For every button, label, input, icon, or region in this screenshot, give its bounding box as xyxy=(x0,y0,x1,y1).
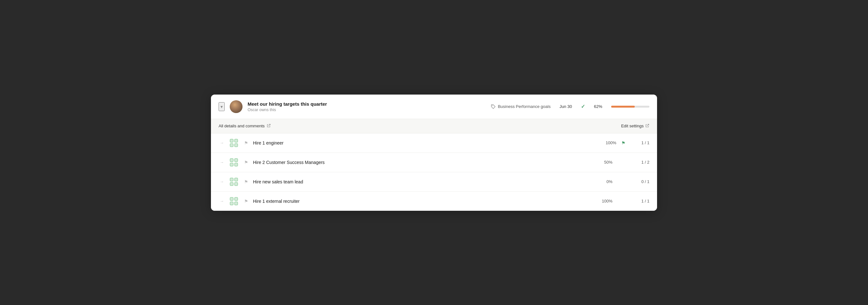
sub-item-label-3: Hire 1 external recruiter xyxy=(253,199,589,204)
progress-bar-fill xyxy=(611,106,635,108)
arrow-icon: → xyxy=(219,160,225,165)
flag-icon-2: ⚑ xyxy=(243,179,249,184)
all-details-link[interactable]: All details and comments xyxy=(219,124,271,129)
all-details-label: All details and comments xyxy=(219,124,265,128)
sub-item-icon-3 xyxy=(229,196,239,206)
edit-settings-icon xyxy=(645,124,649,129)
svg-rect-13 xyxy=(230,197,233,201)
sub-item-label-2: Hire new sales team lead xyxy=(253,179,589,184)
sub-item-ratio-3: 1 / 1 xyxy=(630,199,649,203)
sub-item[interactable]: → ⚑ Hire 1 external recruiter 100% 1 / 1 xyxy=(211,192,657,211)
sub-item-ratio-0: 1 / 1 xyxy=(630,140,649,145)
flag-icon-0: ⚑ xyxy=(243,140,249,145)
collapse-button[interactable]: ▾ xyxy=(219,102,225,111)
tag-icon xyxy=(491,104,496,109)
flag-icon-3: ⚑ xyxy=(243,199,249,204)
svg-rect-7 xyxy=(230,163,233,166)
sub-item[interactable]: → ⚑ Hire 1 engineer 100% ⚑ 1 / 1 xyxy=(211,133,657,153)
svg-point-0 xyxy=(492,105,493,106)
check-icon: ✓ xyxy=(581,103,585,109)
edit-settings-link[interactable]: Edit settings xyxy=(621,124,649,129)
arrow-icon: → xyxy=(219,140,225,145)
goal-owner: Oscar owns this xyxy=(248,108,327,112)
sub-item-percent-3: 100% xyxy=(593,199,613,203)
svg-rect-1 xyxy=(230,139,233,142)
sub-items-list: → ⚑ Hire 1 engineer 100% ⚑ 1 / 1 → xyxy=(211,133,657,211)
sub-item[interactable]: → ⚑ Hire 2 Customer Success Managers 50%… xyxy=(211,153,657,172)
arrow-icon: → xyxy=(219,199,225,203)
goal-card: ▾ Meet our hiring targets this quarter O… xyxy=(211,95,657,211)
sub-item[interactable]: → ⚑ Hire new sales team lead 0% 0 / 1 xyxy=(211,172,657,192)
sub-item-percent-1: 50% xyxy=(593,160,613,165)
svg-rect-8 xyxy=(235,163,238,166)
svg-rect-9 xyxy=(230,178,233,181)
svg-rect-4 xyxy=(235,144,238,147)
sub-item-label-0: Hire 1 engineer xyxy=(253,140,593,145)
svg-rect-6 xyxy=(235,159,238,162)
sub-item-icon-1 xyxy=(229,157,239,167)
sub-item-percent-2: 0% xyxy=(593,179,613,184)
svg-rect-3 xyxy=(230,144,233,147)
goal-tag[interactable]: Business Performance goals xyxy=(491,104,550,109)
progress-percent: 62% xyxy=(594,104,602,109)
tag-label: Business Performance goals xyxy=(498,104,550,109)
avatar xyxy=(230,100,243,113)
external-link-icon xyxy=(267,124,271,129)
svg-rect-2 xyxy=(235,139,238,142)
sub-item-icon-0 xyxy=(229,138,239,148)
edit-settings-label: Edit settings xyxy=(621,124,644,128)
sub-item-icon-2 xyxy=(229,177,239,187)
details-row: All details and comments Edit settings xyxy=(211,119,657,133)
sub-item-ratio-2: 0 / 1 xyxy=(630,179,649,184)
goal-title: Meet our hiring targets this quarter xyxy=(248,101,327,107)
arrow-icon: → xyxy=(219,179,225,184)
progress-bar xyxy=(611,106,649,108)
sub-item-ratio-1: 1 / 2 xyxy=(630,160,649,165)
header-meta: Business Performance goals Jun 30 ✓ 62% xyxy=(491,103,649,109)
due-date: Jun 30 xyxy=(560,104,572,109)
header-row: ▾ Meet our hiring targets this quarter O… xyxy=(211,95,657,119)
svg-rect-5 xyxy=(230,159,233,162)
sub-item-label-1: Hire 2 Customer Success Managers xyxy=(253,160,589,165)
sub-item-percent-0: 100% xyxy=(597,140,616,145)
flag-icon-1: ⚑ xyxy=(243,160,249,165)
svg-rect-16 xyxy=(235,202,238,205)
title-block: Meet our hiring targets this quarter Osc… xyxy=(248,101,327,112)
svg-rect-10 xyxy=(235,178,238,181)
svg-rect-14 xyxy=(235,197,238,201)
svg-rect-15 xyxy=(230,202,233,205)
sub-item-complete-flag-0: ⚑ xyxy=(620,140,626,145)
svg-rect-12 xyxy=(235,182,238,185)
svg-rect-11 xyxy=(230,182,233,185)
